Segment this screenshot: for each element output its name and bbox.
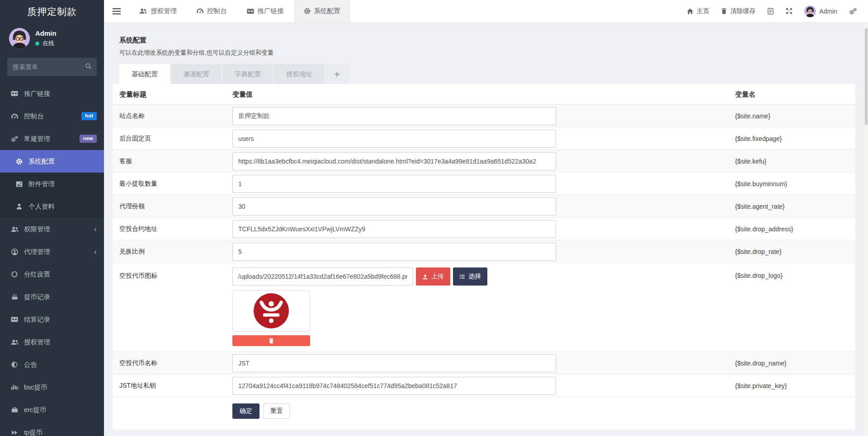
- gear-icon: [14, 158, 24, 165]
- sidebar-item-label: 授权管理: [24, 338, 50, 347]
- clear-cache-button[interactable]: 清除缓存: [715, 0, 761, 23]
- table-header: 变量标题 变量值 变量名: [113, 84, 855, 105]
- agent-rate-input[interactable]: [232, 197, 556, 216]
- sidebar-item-label: bsc提币: [24, 383, 47, 392]
- drop-rate-input[interactable]: [232, 243, 556, 261]
- sidebar-item-erc-withdraw[interactable]: erc提币: [0, 398, 104, 421]
- sidebar-item-withdraw-records[interactable]: 提币记录: [0, 286, 104, 308]
- reset-button[interactable]: 重置: [264, 403, 290, 419]
- new-badge: new: [80, 135, 97, 143]
- sidebar-item-agents[interactable]: 代理管理 ‹: [0, 240, 104, 263]
- col-header-value: 变量值: [232, 90, 735, 99]
- sidebar-item-label: 附件管理: [28, 180, 55, 188]
- choose-button[interactable]: 选择: [453, 267, 487, 286]
- drop-address-input[interactable]: [232, 220, 556, 238]
- buy-min-num-input[interactable]: [232, 175, 556, 193]
- sidebar-item-announcement[interactable]: 公告: [0, 353, 104, 376]
- sidebar-item-label: 权限管理: [24, 225, 50, 234]
- form-actions: 确定 重置: [113, 397, 855, 423]
- sidebar-item-auth-mgmt[interactable]: 授权管理: [0, 331, 104, 353]
- upload-button[interactable]: 上传: [416, 267, 450, 286]
- sidebar-item-system-config[interactable]: 系统配置: [0, 150, 104, 173]
- row-label: JST地址私钥: [119, 382, 232, 390]
- top-navbar: 授权管理 控制台 推广链接 系统配置 主页: [104, 0, 868, 23]
- private-key-input[interactable]: [232, 377, 556, 395]
- kefu-input[interactable]: [232, 152, 556, 170]
- sidebar-item-dividend-settings[interactable]: 分红设置: [0, 263, 104, 286]
- row-var: {$site.drop_rate}: [735, 248, 849, 255]
- sidebar-item-tp-withdraw[interactable]: tp提币: [0, 421, 104, 436]
- sidebar-item-label: 代理管理: [24, 248, 50, 256]
- fixed-page-input[interactable]: [232, 130, 556, 148]
- gauge-icon: [197, 8, 203, 14]
- sidebar-item-attachments[interactable]: 附件管理: [0, 173, 104, 195]
- sidebar-item-promo-link[interactable]: 推广链接: [0, 82, 104, 105]
- tab-auth-address[interactable]: 授权地址: [274, 64, 325, 84]
- sidebar-item-label: 控制台: [24, 112, 44, 121]
- menu-search-input[interactable]: [7, 58, 97, 76]
- sidebar-item-bsc-withdraw[interactable]: bsc提币: [0, 376, 104, 398]
- menu-search: [7, 58, 97, 76]
- sidebar-item-label: 分红设置: [24, 270, 50, 279]
- row-label: 空投代币图标: [119, 267, 232, 280]
- config-row-drop-name: 空投代币名称 {$site.drop_name}: [113, 352, 855, 375]
- row-var: {$site.drop_logo}: [735, 267, 849, 279]
- card-icon: [247, 9, 254, 14]
- logo-preview[interactable]: [232, 290, 310, 332]
- panel-head: 系统配置 可以在此增改系统的变量和分组,也可以自定义分组和变量 基础配置 邀请配…: [113, 31, 855, 84]
- drop-logo-input[interactable]: [232, 267, 413, 286]
- logo-input-group: 上传 选择: [232, 267, 735, 286]
- home-label: 主页: [697, 7, 709, 15]
- tab-invite-config[interactable]: 邀请配置: [171, 64, 222, 84]
- config-row-buy-min-num: 最小提取数量 {$site.buyminnum}: [113, 173, 855, 195]
- drop-name-input[interactable]: [232, 354, 556, 372]
- sidebar-item-settlement-records[interactable]: 结算记录: [0, 308, 104, 331]
- row-label: 空投合约地址: [119, 225, 232, 233]
- sidebar-item-dashboard[interactable]: 控制台 hot: [0, 105, 104, 127]
- plus-icon: [334, 71, 340, 77]
- language-button[interactable]: [761, 0, 780, 23]
- add-tab-button[interactable]: [326, 64, 349, 84]
- main-area: 授权管理 控制台 推广链接 系统配置 主页: [104, 0, 868, 436]
- config-row-kefu: 客服 {$site.kefu}: [113, 150, 855, 173]
- sidebar-item-permissions[interactable]: 权限管理 ‹: [0, 218, 104, 240]
- cogs-icon: [849, 8, 857, 15]
- topnav-tab-system-config[interactable]: 系统配置: [294, 0, 350, 22]
- upload-label: 上传: [431, 272, 444, 281]
- settings-button[interactable]: [843, 0, 863, 23]
- submit-button[interactable]: 确定: [232, 403, 259, 419]
- topnav-tab-label: 推广链接: [258, 7, 284, 15]
- home-button[interactable]: 主页: [681, 0, 715, 23]
- site-name-input[interactable]: [232, 107, 556, 125]
- row-var: {$site.private_key}: [735, 382, 849, 389]
- user-menu[interactable]: Admin: [798, 0, 843, 23]
- clear-cache-label: 清除缓存: [730, 7, 755, 15]
- avatar: [804, 5, 816, 17]
- topnav-tab-promo-link[interactable]: 推广链接: [237, 0, 294, 22]
- row-label: 客服: [119, 157, 232, 165]
- forward-icon: [10, 430, 19, 436]
- topnav-tab-dashboard[interactable]: 控制台: [187, 0, 237, 22]
- tab-dict-config[interactable]: 字典配置: [222, 64, 273, 84]
- sidebar-item-profile[interactable]: 个人资料: [0, 195, 104, 218]
- sidebar-item-general-mgmt[interactable]: 常规管理 new: [0, 127, 104, 150]
- fullscreen-button[interactable]: [780, 0, 798, 23]
- users-icon: [139, 8, 147, 14]
- topnav-tab-auth-mgmt[interactable]: 授权管理: [129, 0, 187, 22]
- cogs-icon: [10, 136, 19, 142]
- row-label: 空投代币名称: [119, 359, 232, 367]
- config-row-private-key: JST地址私钥 {$site.private_key}: [113, 375, 855, 397]
- config-row-drop-address: 空投合约地址 {$site.drop_address}: [113, 218, 855, 240]
- sidebar-toggle-button[interactable]: [104, 0, 129, 22]
- row-var: {$site.kefu}: [735, 158, 849, 165]
- sidebar-item-label: 结算记录: [24, 315, 50, 324]
- row-label: 兑换比例: [119, 248, 232, 256]
- card-icon: [10, 317, 19, 322]
- search-icon: [85, 63, 92, 70]
- sidebar-item-label: 个人资料: [28, 202, 55, 211]
- delete-logo-button[interactable]: [232, 335, 310, 346]
- tab-basic-config[interactable]: 基础配置: [119, 64, 170, 84]
- scrollbar-thumb[interactable]: [865, 28, 868, 125]
- avatar: [9, 28, 30, 49]
- scrollbar-track[interactable]: [864, 23, 868, 436]
